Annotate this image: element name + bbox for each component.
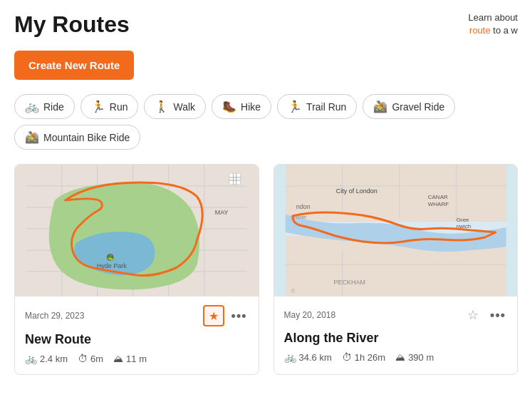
route-name: Along the River: [284, 331, 508, 346]
distance-stat: 🚲 2.4 km: [25, 353, 68, 364]
mountain-bike-ride-icon: 🚵: [25, 130, 39, 144]
filter-tab-mountain-bike-ride[interactable]: 🚵Mountain Bike Ride: [14, 125, 140, 150]
create-button-area: Create New Route: [0, 43, 532, 94]
elevation-value: 390 m: [408, 352, 434, 363]
filter-tab-hike[interactable]: 🥾Hike: [212, 94, 271, 119]
header-link[interactable]: route: [469, 25, 491, 36]
route-info: May 20, 2018 ☆ ••• Along the River 🚲 34.…: [274, 297, 518, 373]
run-label: Run: [110, 101, 128, 113]
svg-rect-15: [229, 173, 241, 185]
svg-text:WHARF: WHARF: [427, 201, 448, 207]
trail-run-icon: 🏃: [288, 100, 302, 113]
distance-value: 34.6 km: [299, 352, 332, 363]
svg-text:ndon: ndon: [296, 203, 310, 210]
distance-value: 2.4 km: [40, 354, 68, 364]
route-date: May 20, 2018: [284, 310, 336, 320]
bike-icon: 🚲: [25, 353, 37, 364]
page-header: My Routes Learn about route to a w: [0, 0, 532, 43]
filter-tabs-container: 🚲Ride🏃Run🚶Walk🥾Hike🏃Trail Run🚵Gravel Rid…: [0, 94, 532, 164]
filter-tab-run[interactable]: 🏃Run: [80, 94, 139, 119]
mountain-bike-ride-label: Mountain Bike Ride: [43, 132, 130, 143]
walk-icon: 🚶: [155, 100, 169, 113]
route-actions: ☆ •••: [463, 305, 507, 325]
filter-tab-walk[interactable]: 🚶Walk: [144, 94, 206, 119]
clock-icon: ⏱: [342, 351, 352, 363]
route-meta-top: May 20, 2018 ☆ •••: [284, 305, 508, 325]
route-map: City of London ndon nster CANAR WHARF Gr…: [274, 165, 518, 297]
ride-label: Ride: [43, 101, 64, 113]
walk-label: Walk: [173, 101, 195, 113]
route-stats: 🚲 34.6 km ⏱ 1h 26m ⛰ 390 m: [284, 351, 508, 363]
route-meta-top: March 29, 2023 ★ •••: [25, 305, 249, 326]
gravel-ride-label: Gravel Ride: [392, 101, 444, 113]
svg-text:Gree: Gree: [456, 217, 469, 223]
svg-text:CANAR: CANAR: [427, 194, 447, 200]
duration-value: 1h 26m: [355, 352, 385, 363]
svg-text:MAY: MAY: [215, 209, 229, 216]
hike-icon: 🥾: [222, 100, 236, 113]
duration-stat: ⏱ 6m: [78, 353, 103, 364]
more-options-button[interactable]: •••: [489, 308, 507, 323]
route-name: New Route: [25, 332, 249, 347]
star-button[interactable]: ☆: [463, 305, 483, 325]
elevation-icon: ⛰: [113, 353, 123, 364]
elevation-stat: ⛰ 390 m: [395, 351, 434, 363]
routes-grid: Hyde Park ⛳ MAY March 29, 2023 ★ •••: [0, 164, 532, 389]
duration-value: 6m: [90, 354, 103, 364]
elevation-icon: ⛰: [395, 351, 405, 363]
route-map: Hyde Park ⛳ MAY: [15, 165, 259, 297]
filter-tab-trail-run[interactable]: 🏃Trail Run: [277, 94, 357, 119]
filter-tab-gravel-ride[interactable]: 🚵Gravel Ride: [363, 94, 455, 119]
route-date: March 29, 2023: [25, 311, 84, 321]
elevation-stat: ⛰ 11 m: [113, 353, 147, 364]
route-card-new-route: Hyde Park ⛳ MAY March 29, 2023 ★ •••: [14, 164, 259, 375]
duration-stat: ⏱ 1h 26m: [342, 351, 385, 363]
route-info: March 29, 2023 ★ ••• New Route 🚲 2.4 km …: [15, 297, 259, 374]
trail-run-label: Trail Run: [306, 101, 346, 113]
route-stats: 🚲 2.4 km ⏱ 6m ⛰ 11 m: [25, 353, 249, 364]
more-options-button[interactable]: •••: [230, 309, 249, 324]
bike-icon: 🚲: [284, 351, 296, 363]
svg-text:©: ©: [291, 288, 295, 294]
elevation-value: 11 m: [126, 354, 147, 364]
route-actions: ★ •••: [203, 305, 249, 326]
header-right-text: Learn about route to a w: [447, 11, 518, 37]
star-button[interactable]: ★: [203, 305, 224, 326]
svg-text:City of London: City of London: [335, 187, 377, 195]
svg-text:PECKHAM: PECKHAM: [333, 279, 365, 286]
filter-tab-ride[interactable]: 🚲Ride: [14, 94, 75, 119]
distance-stat: 🚲 34.6 km: [284, 351, 332, 363]
page-title: My Routes: [14, 11, 130, 38]
create-new-route-button[interactable]: Create New Route: [14, 51, 134, 80]
run-icon: 🏃: [91, 100, 105, 113]
clock-icon: ⏱: [78, 353, 88, 364]
ride-icon: 🚲: [25, 100, 39, 113]
route-card-along-the-river: City of London ndon nster CANAR WHARF Gr…: [273, 164, 518, 375]
svg-text:⛳: ⛳: [107, 254, 114, 261]
hike-label: Hike: [241, 101, 261, 113]
gravel-ride-icon: 🚵: [373, 100, 387, 113]
